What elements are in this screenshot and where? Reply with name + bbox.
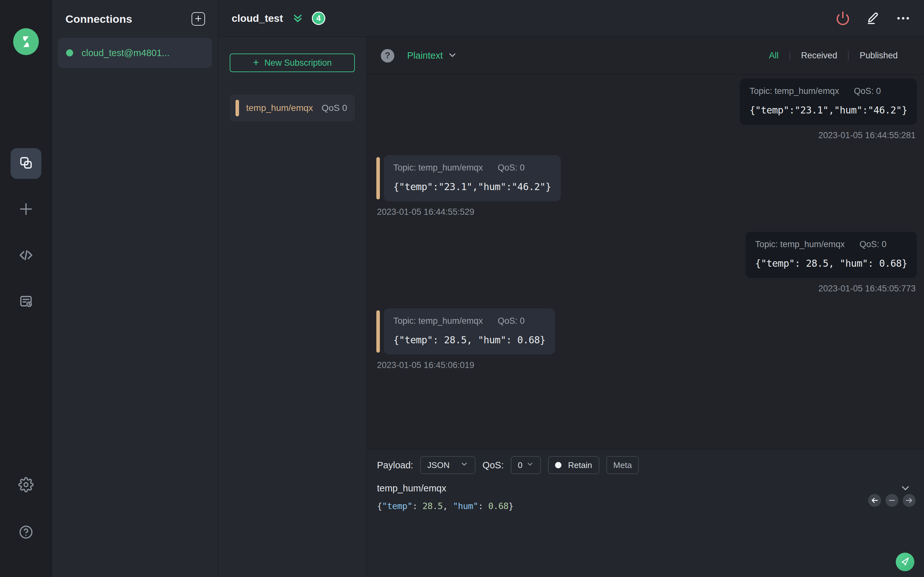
message-topic: Topic: temp_hum/emqx bbox=[393, 163, 483, 173]
message-bubble[interactable]: Topic: temp_hum/emqx QoS: 0 {"temp": 28.… bbox=[746, 232, 917, 278]
connections-icon bbox=[18, 155, 34, 172]
connections-title: Connections bbox=[65, 13, 132, 25]
message-color-bar bbox=[376, 157, 380, 199]
message-timestamp: 2023-01-05 16:44:55:281 bbox=[819, 131, 916, 140]
payload-editor[interactable]: {"temp": 28.5, "hum": 0.68} bbox=[377, 501, 911, 511]
send-button[interactable] bbox=[896, 553, 914, 571]
filter-published[interactable]: Published bbox=[849, 51, 909, 61]
payload-type-label: Payload: bbox=[377, 460, 413, 471]
connection-list-item[interactable]: cloud_test@m4801... bbox=[58, 38, 212, 68]
message-published: Topic: temp_hum/emqx QoS: 0 {"temp":"23.… bbox=[376, 79, 917, 140]
subscription-topic: temp_hum/emqx bbox=[246, 103, 313, 113]
mqttx-app: Connections cloud_test@m4801... cloud_te… bbox=[0, 0, 924, 577]
subscription-item[interactable]: temp_hum/emqx QoS 0 bbox=[230, 95, 355, 121]
message-topic: Topic: temp_hum/emqx bbox=[750, 86, 839, 96]
connection-header: cloud_test 4 bbox=[218, 0, 924, 37]
gear-icon bbox=[18, 477, 34, 494]
payload-type-value: JSON bbox=[427, 460, 449, 470]
message-bubble[interactable]: Topic: temp_hum/emqx QoS: 0 {"temp":"23.… bbox=[384, 155, 561, 201]
prev-arrow-button[interactable] bbox=[868, 494, 881, 507]
sidebar-item-script[interactable] bbox=[11, 240, 41, 271]
message-timestamp: 2023-01-05 16:45:06:019 bbox=[377, 360, 474, 370]
message-received: Topic: temp_hum/emqx QoS: 0 {"temp":"23.… bbox=[376, 155, 917, 217]
publish-composer: Payload: JSON QoS: 0 bbox=[367, 449, 924, 577]
message-received: Topic: temp_hum/emqx QoS: 0 {"temp": 28.… bbox=[376, 308, 917, 370]
code-icon bbox=[18, 247, 34, 264]
filter-received[interactable]: Received bbox=[790, 51, 848, 61]
message-payload: {"temp":"23.1","hum":"46.2"} bbox=[750, 105, 907, 116]
icon-rail bbox=[0, 0, 52, 577]
send-paper-plane-icon bbox=[900, 556, 911, 568]
meta-button[interactable]: Meta bbox=[606, 456, 639, 474]
mqttx-logo bbox=[13, 28, 39, 55]
message-qos: QoS: 0 bbox=[854, 86, 881, 96]
message-bubble[interactable]: Topic: temp_hum/emqx QoS: 0 {"temp": 28.… bbox=[384, 308, 555, 355]
add-connection-button[interactable] bbox=[192, 12, 205, 26]
chevron-down-icon bbox=[526, 460, 534, 470]
messages-toolbar: ? Plaintext All Received bbox=[367, 37, 924, 75]
more-ellipsis-icon[interactable] bbox=[896, 11, 911, 26]
retain-label: Retain bbox=[568, 460, 592, 470]
message-timestamp: 2023-01-05 16:45:05:773 bbox=[819, 284, 916, 293]
edit-pencil-icon[interactable] bbox=[866, 11, 880, 26]
meta-label: Meta bbox=[614, 460, 632, 470]
message-payload: {"temp": 28.5, "hum": 0.68} bbox=[393, 334, 545, 346]
message-color-bar bbox=[376, 310, 380, 353]
message-qos: QoS: 0 bbox=[859, 239, 887, 250]
qos-label: QoS: bbox=[483, 460, 504, 471]
payload-type-select[interactable]: JSON bbox=[420, 456, 475, 474]
format-select[interactable]: Plaintext bbox=[407, 50, 457, 61]
message-published: Topic: temp_hum/emqx QoS: 0 {"temp": 28.… bbox=[376, 232, 917, 293]
sidebar-item-log[interactable] bbox=[11, 287, 41, 318]
connection-title: cloud_test bbox=[232, 13, 283, 24]
message-topic: Topic: temp_hum/emqx bbox=[755, 239, 845, 250]
message-list[interactable]: Topic: temp_hum/emqx QoS: 0 {"temp":"23.… bbox=[367, 75, 924, 449]
qos-select[interactable]: 0 bbox=[511, 456, 541, 474]
message-payload: {"temp": 28.5, "hum": 0.68} bbox=[755, 258, 907, 269]
message-qos: QoS: 0 bbox=[498, 163, 525, 173]
mqttx-logo-mark bbox=[19, 34, 33, 49]
qos-value: 0 bbox=[518, 460, 522, 470]
sidebar-item-new-connection[interactable] bbox=[11, 194, 41, 225]
filter-all[interactable]: All bbox=[758, 51, 790, 61]
retain-toggle[interactable]: Retain bbox=[548, 456, 599, 474]
message-payload: {"temp":"23.1","hum":"46.2"} bbox=[393, 181, 551, 192]
log-icon bbox=[18, 293, 34, 310]
topic-input[interactable]: temp_hum/emqx bbox=[377, 483, 446, 494]
connection-status-dot bbox=[66, 49, 73, 56]
sidebar-item-settings[interactable] bbox=[11, 470, 41, 501]
message-bubble[interactable]: Topic: temp_hum/emqx QoS: 0 {"temp":"23.… bbox=[740, 79, 917, 125]
sidebar-item-help[interactable] bbox=[11, 517, 41, 548]
message-filters: All Received Published bbox=[758, 51, 909, 61]
plus-square-icon bbox=[194, 15, 202, 23]
sidebar-item-connections[interactable] bbox=[11, 148, 41, 179]
subscriptions-column: + New Subscription temp_hum/emqx QoS 0 bbox=[218, 37, 367, 577]
messages-pane: ? Plaintext All Received bbox=[367, 37, 924, 577]
message-timestamp: 2023-01-05 16:44:55:529 bbox=[377, 207, 474, 217]
disconnect-power-icon[interactable] bbox=[835, 11, 850, 26]
subscription-qos: QoS 0 bbox=[322, 103, 347, 113]
message-qos: QoS: 0 bbox=[498, 316, 525, 326]
message-nav-buttons bbox=[868, 494, 916, 507]
chevron-down-icon bbox=[460, 460, 468, 471]
connection-name: cloud_test@m4801... bbox=[81, 48, 170, 58]
chevron-down-icon[interactable] bbox=[900, 482, 911, 494]
new-subscription-button[interactable]: + New Subscription bbox=[230, 53, 355, 72]
connections-panel: Connections cloud_test@m4801... bbox=[52, 0, 218, 577]
next-arrow-button[interactable] bbox=[903, 494, 916, 507]
plus-icon bbox=[18, 201, 34, 218]
retain-dot-icon bbox=[555, 462, 561, 468]
subscription-color-bar bbox=[236, 100, 239, 116]
message-count-badge: 4 bbox=[312, 11, 325, 25]
plus-icon: + bbox=[253, 57, 259, 68]
double-chevron-down-icon[interactable] bbox=[291, 12, 304, 25]
minus-button[interactable] bbox=[885, 494, 898, 507]
format-value: Plaintext bbox=[407, 50, 443, 61]
message-topic: Topic: temp_hum/emqx bbox=[393, 316, 483, 326]
new-subscription-label: New Subscription bbox=[264, 58, 332, 68]
payload-format-help-icon[interactable]: ? bbox=[381, 49, 394, 63]
chevron-down-icon bbox=[447, 50, 457, 61]
help-icon bbox=[18, 524, 34, 541]
